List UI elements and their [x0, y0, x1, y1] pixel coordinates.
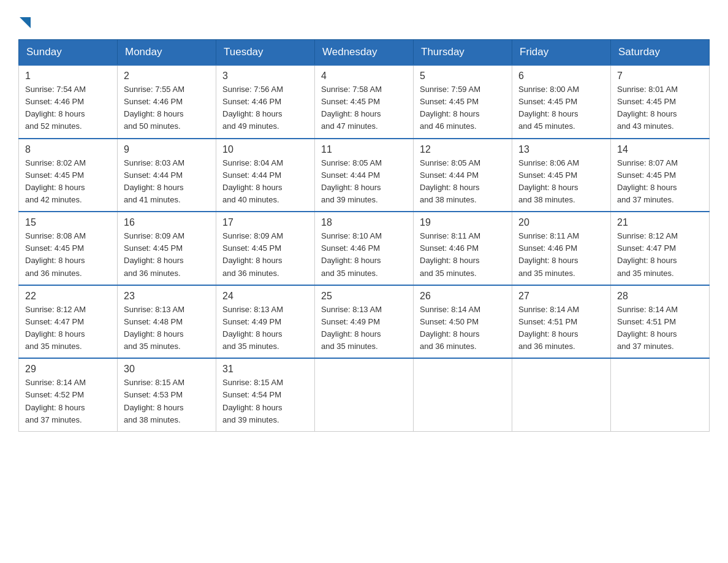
calendar-cell [315, 358, 414, 431]
day-number: 13 [518, 144, 604, 155]
logo [18, 12, 31, 27]
day-number: 18 [321, 217, 407, 228]
day-number: 11 [321, 144, 407, 155]
calendar-cell: 29 Sunrise: 8:14 AM Sunset: 4:52 PM Dayl… [19, 358, 118, 431]
calendar-cell [611, 358, 710, 431]
calendar-cell: 30 Sunrise: 8:15 AM Sunset: 4:53 PM Dayl… [118, 358, 216, 431]
day-info: Sunrise: 8:09 AM Sunset: 4:45 PM Dayligh… [124, 230, 210, 280]
calendar-cell: 4 Sunrise: 7:58 AM Sunset: 4:45 PM Dayli… [315, 65, 414, 139]
day-info: Sunrise: 8:13 AM Sunset: 4:49 PM Dayligh… [222, 304, 308, 353]
calendar-cell: 16 Sunrise: 8:09 AM Sunset: 4:45 PM Dayl… [118, 212, 216, 285]
day-info: Sunrise: 8:12 AM Sunset: 4:47 PM Dayligh… [617, 230, 703, 280]
calendar-cell: 11 Sunrise: 8:05 AM Sunset: 4:44 PM Dayl… [315, 139, 414, 212]
calendar-cell: 5 Sunrise: 7:59 AM Sunset: 4:45 PM Dayli… [414, 65, 512, 139]
calendar-cell: 19 Sunrise: 8:11 AM Sunset: 4:46 PM Dayl… [414, 212, 512, 285]
day-info: Sunrise: 8:15 AM Sunset: 4:54 PM Dayligh… [222, 377, 308, 426]
day-number: 31 [222, 364, 308, 375]
day-number: 27 [518, 291, 604, 302]
calendar-cell: 8 Sunrise: 8:02 AM Sunset: 4:45 PM Dayli… [19, 139, 118, 212]
day-number: 1 [25, 71, 111, 82]
day-number: 22 [25, 291, 111, 302]
calendar-cell: 2 Sunrise: 7:55 AM Sunset: 4:46 PM Dayli… [118, 65, 216, 139]
calendar-cell: 22 Sunrise: 8:12 AM Sunset: 4:47 PM Dayl… [19, 285, 118, 359]
column-header-sunday: Sunday [19, 40, 118, 66]
day-number: 9 [124, 144, 210, 155]
day-info: Sunrise: 8:00 AM Sunset: 4:45 PM Dayligh… [518, 83, 604, 133]
calendar-week-row: 8 Sunrise: 8:02 AM Sunset: 4:45 PM Dayli… [19, 139, 710, 212]
day-info: Sunrise: 7:59 AM Sunset: 4:45 PM Dayligh… [420, 83, 506, 133]
day-number: 20 [518, 217, 604, 228]
calendar-cell: 10 Sunrise: 8:04 AM Sunset: 4:44 PM Dayl… [216, 139, 315, 212]
day-number: 23 [124, 291, 210, 302]
day-number: 10 [222, 144, 308, 155]
day-number: 25 [321, 291, 407, 302]
day-number: 8 [25, 144, 111, 155]
calendar-header-row: SundayMondayTuesdayWednesdayThursdayFrid… [19, 40, 710, 66]
day-number: 29 [25, 364, 111, 375]
page-header [18, 12, 710, 27]
day-info: Sunrise: 8:11 AM Sunset: 4:46 PM Dayligh… [518, 230, 604, 280]
day-info: Sunrise: 8:05 AM Sunset: 4:44 PM Dayligh… [321, 157, 407, 207]
column-header-thursday: Thursday [414, 40, 512, 66]
logo-arrow-icon [20, 17, 31, 28]
day-info: Sunrise: 8:05 AM Sunset: 4:44 PM Dayligh… [420, 157, 506, 207]
calendar-cell: 18 Sunrise: 8:10 AM Sunset: 4:46 PM Dayl… [315, 212, 414, 285]
calendar-week-row: 29 Sunrise: 8:14 AM Sunset: 4:52 PM Dayl… [19, 358, 710, 431]
day-info: Sunrise: 8:01 AM Sunset: 4:45 PM Dayligh… [617, 83, 703, 133]
day-number: 24 [222, 291, 308, 302]
calendar-cell [512, 358, 611, 431]
day-info: Sunrise: 8:12 AM Sunset: 4:47 PM Dayligh… [25, 304, 111, 353]
day-info: Sunrise: 8:15 AM Sunset: 4:53 PM Dayligh… [124, 377, 210, 426]
day-number: 28 [617, 291, 703, 302]
day-number: 14 [617, 144, 703, 155]
day-info: Sunrise: 8:13 AM Sunset: 4:49 PM Dayligh… [321, 304, 407, 353]
calendar-week-row: 22 Sunrise: 8:12 AM Sunset: 4:47 PM Dayl… [19, 285, 710, 359]
calendar-cell: 20 Sunrise: 8:11 AM Sunset: 4:46 PM Dayl… [512, 212, 611, 285]
day-info: Sunrise: 8:11 AM Sunset: 4:46 PM Dayligh… [420, 230, 506, 280]
column-header-wednesday: Wednesday [315, 40, 414, 66]
calendar-cell: 12 Sunrise: 8:05 AM Sunset: 4:44 PM Dayl… [414, 139, 512, 212]
day-info: Sunrise: 8:09 AM Sunset: 4:45 PM Dayligh… [222, 230, 308, 280]
day-number: 4 [321, 71, 407, 82]
calendar-cell: 7 Sunrise: 8:01 AM Sunset: 4:45 PM Dayli… [611, 65, 710, 139]
day-info: Sunrise: 8:13 AM Sunset: 4:48 PM Dayligh… [124, 304, 210, 353]
calendar-week-row: 1 Sunrise: 7:54 AM Sunset: 4:46 PM Dayli… [19, 65, 710, 139]
day-number: 5 [420, 71, 506, 82]
column-header-tuesday: Tuesday [216, 40, 315, 66]
day-number: 6 [518, 71, 604, 82]
day-info: Sunrise: 8:10 AM Sunset: 4:46 PM Dayligh… [321, 230, 407, 280]
calendar-cell: 1 Sunrise: 7:54 AM Sunset: 4:46 PM Dayli… [19, 65, 118, 139]
day-number: 30 [124, 364, 210, 375]
column-header-friday: Friday [512, 40, 611, 66]
day-number: 2 [124, 71, 210, 82]
calendar-cell: 28 Sunrise: 8:14 AM Sunset: 4:51 PM Dayl… [611, 285, 710, 359]
day-number: 19 [420, 217, 506, 228]
day-info: Sunrise: 8:14 AM Sunset: 4:51 PM Dayligh… [617, 304, 703, 353]
calendar-cell: 24 Sunrise: 8:13 AM Sunset: 4:49 PM Dayl… [216, 285, 315, 359]
day-number: 17 [222, 217, 308, 228]
day-info: Sunrise: 8:14 AM Sunset: 4:51 PM Dayligh… [518, 304, 604, 353]
day-number: 21 [617, 217, 703, 228]
column-header-saturday: Saturday [611, 40, 710, 66]
calendar-cell: 9 Sunrise: 8:03 AM Sunset: 4:44 PM Dayli… [118, 139, 216, 212]
day-number: 26 [420, 291, 506, 302]
calendar-cell: 6 Sunrise: 8:00 AM Sunset: 4:45 PM Dayli… [512, 65, 611, 139]
calendar-cell: 17 Sunrise: 8:09 AM Sunset: 4:45 PM Dayl… [216, 212, 315, 285]
calendar-cell: 26 Sunrise: 8:14 AM Sunset: 4:50 PM Dayl… [414, 285, 512, 359]
calendar-cell: 31 Sunrise: 8:15 AM Sunset: 4:54 PM Dayl… [216, 358, 315, 431]
day-info: Sunrise: 8:03 AM Sunset: 4:44 PM Dayligh… [124, 157, 210, 207]
calendar-table: SundayMondayTuesdayWednesdayThursdayFrid… [18, 39, 710, 432]
day-info: Sunrise: 8:04 AM Sunset: 4:44 PM Dayligh… [222, 157, 308, 207]
calendar-cell: 21 Sunrise: 8:12 AM Sunset: 4:47 PM Dayl… [611, 212, 710, 285]
calendar-cell: 15 Sunrise: 8:08 AM Sunset: 4:45 PM Dayl… [19, 212, 118, 285]
calendar-cell: 27 Sunrise: 8:14 AM Sunset: 4:51 PM Dayl… [512, 285, 611, 359]
day-number: 16 [124, 217, 210, 228]
day-info: Sunrise: 8:08 AM Sunset: 4:45 PM Dayligh… [25, 230, 111, 280]
day-info: Sunrise: 7:54 AM Sunset: 4:46 PM Dayligh… [25, 83, 111, 133]
calendar-cell: 14 Sunrise: 8:07 AM Sunset: 4:45 PM Dayl… [611, 139, 710, 212]
day-number: 12 [420, 144, 506, 155]
day-info: Sunrise: 8:02 AM Sunset: 4:45 PM Dayligh… [25, 157, 111, 207]
day-info: Sunrise: 7:55 AM Sunset: 4:46 PM Dayligh… [124, 83, 210, 133]
calendar-cell: 13 Sunrise: 8:06 AM Sunset: 4:45 PM Dayl… [512, 139, 611, 212]
column-header-monday: Monday [118, 40, 216, 66]
